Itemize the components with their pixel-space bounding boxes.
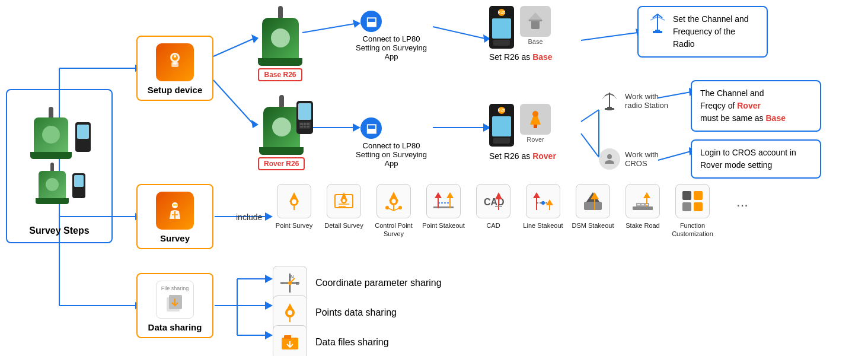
setup-device-box: Setup device bbox=[136, 36, 213, 101]
svg-rect-45 bbox=[529, 20, 542, 21]
survey-steps-label: Survey Steps bbox=[29, 225, 89, 236]
work-radio-box: Work with radio Station bbox=[599, 90, 668, 112]
survey-steps-devices bbox=[13, 96, 108, 215]
svg-rect-100 bbox=[694, 191, 703, 200]
survey-label: Survey bbox=[160, 233, 190, 243]
svg-marker-36 bbox=[265, 275, 273, 283]
data-sharing-label: Data sharing bbox=[148, 322, 202, 332]
svg-marker-88 bbox=[546, 199, 553, 205]
points-sharing-label: Points data sharing bbox=[315, 307, 397, 318]
svg-line-10 bbox=[213, 80, 254, 125]
survey-item-point-stakeout-label: Point Stakeout bbox=[422, 221, 465, 230]
survey-item-line-stakeout[interactable]: Line Stakeout bbox=[522, 184, 564, 230]
svg-rect-53 bbox=[605, 108, 614, 110]
survey-item-function-custom-label: Function Customization bbox=[671, 221, 714, 239]
svg-point-113 bbox=[288, 310, 292, 315]
base-role-text: Base bbox=[532, 52, 552, 62]
connect-rover-text: Connect to LP80 Setting on Surveying App bbox=[350, 141, 433, 168]
svg-line-16 bbox=[581, 33, 637, 40]
bluetooth-base-icon: ⬓ bbox=[360, 11, 382, 32]
rover-cros-box: Login to CROS account in Rover mode sett… bbox=[691, 139, 821, 179]
svg-marker-83 bbox=[495, 192, 502, 199]
svg-marker-30 bbox=[265, 212, 273, 221]
survey-item-dsm-stakeout-label: DSM Stakeout bbox=[572, 221, 614, 230]
svg-line-22 bbox=[581, 110, 599, 122]
survey-item-cad[interactable]: CAD CAD bbox=[472, 184, 515, 230]
svg-marker-19 bbox=[353, 123, 360, 132]
survey-item-detail-survey[interactable]: Detail Survey bbox=[323, 184, 365, 230]
rover-handheld bbox=[296, 101, 313, 134]
base-r26-label: Base R26 bbox=[258, 68, 302, 81]
survey-item-function-custom[interactable]: Function Customization bbox=[671, 184, 714, 239]
svg-text:E: E bbox=[296, 281, 299, 286]
bluetooth-rover-icon: ⬓ bbox=[360, 117, 382, 139]
rover-r26-label: Rover R26 bbox=[258, 157, 305, 170]
rover-channel-box: The Channel andFreqcy of Rovermust be sa… bbox=[691, 80, 821, 132]
svg-marker-78 bbox=[435, 192, 442, 198]
survey-item-detail-survey-label: Detail Survey bbox=[324, 221, 363, 230]
svg-marker-80 bbox=[446, 192, 454, 198]
svg-line-23 bbox=[581, 134, 599, 157]
connect-base-text: Connect to LP80 Setting on Surveying App bbox=[350, 34, 433, 61]
work-cros-box: Work with CROS bbox=[599, 148, 659, 170]
set-channel-text: Set the Channel and Frequency of the Rad… bbox=[673, 13, 758, 50]
base-gps-unit: Base R26 bbox=[258, 6, 302, 81]
survey-item-stake-road[interactable]: Stake Road bbox=[621, 184, 664, 230]
svg-marker-38 bbox=[265, 331, 273, 339]
svg-point-66 bbox=[343, 199, 346, 202]
svg-point-71 bbox=[392, 199, 396, 204]
svg-rect-47 bbox=[653, 31, 662, 33]
svg-point-90 bbox=[541, 201, 545, 205]
survey-item-more: ... bbox=[721, 184, 764, 210]
set-r26-base-text: Set R26 as Base bbox=[489, 52, 553, 62]
svg-rect-116 bbox=[284, 335, 291, 339]
svg-line-12 bbox=[302, 24, 355, 33]
survey-item-line-stakeout-label: Line Stakeout bbox=[523, 221, 563, 230]
survey-item-point-survey[interactable]: Point Survey bbox=[273, 184, 315, 230]
svg-line-8 bbox=[213, 39, 254, 56]
set-channel-box: Set the Channel and Frequency of the Rad… bbox=[637, 6, 768, 58]
include-text: include bbox=[236, 212, 262, 222]
svg-marker-44 bbox=[528, 12, 543, 21]
svg-rect-99 bbox=[682, 191, 691, 200]
diagram-container: Survey Steps Setup device Base R26 bbox=[0, 0, 868, 356]
files-sharing-label: Data files sharing bbox=[315, 337, 389, 348]
svg-point-110 bbox=[288, 281, 292, 285]
survey-item-stake-road-label: Stake Road bbox=[626, 221, 659, 230]
svg-rect-101 bbox=[682, 202, 691, 211]
coordinate-sharing-label: Coordinate parameter sharing bbox=[315, 278, 442, 288]
work-radio-text: Work with radio Station bbox=[625, 92, 668, 110]
svg-marker-97 bbox=[643, 192, 650, 198]
svg-point-61 bbox=[292, 199, 296, 204]
survey-item-cad-label: CAD bbox=[486, 221, 500, 230]
data-sharing-box: File sharing Data sharing bbox=[136, 273, 213, 338]
survey-steps-box: Survey Steps bbox=[6, 89, 113, 243]
svg-line-14 bbox=[433, 27, 485, 39]
svg-rect-102 bbox=[694, 202, 703, 211]
svg-point-54 bbox=[607, 154, 612, 159]
svg-rect-58 bbox=[173, 204, 178, 206]
work-cros-text: Work with CROS bbox=[625, 150, 659, 168]
survey-item-point-stakeout[interactable]: Point Stakeout bbox=[422, 184, 465, 230]
svg-marker-13 bbox=[353, 20, 360, 28]
svg-rect-95 bbox=[633, 206, 653, 210]
set-r26-rover-text: Set R26 as Rover bbox=[489, 151, 556, 161]
svg-rect-91 bbox=[584, 202, 602, 210]
r26-base-device: R26 Base bbox=[489, 6, 551, 49]
svg-rect-50 bbox=[534, 125, 537, 128]
svg-line-27 bbox=[658, 151, 691, 160]
survey-item-control-point[interactable]: Control Point Survey bbox=[372, 184, 415, 239]
svg-point-49 bbox=[532, 111, 538, 117]
svg-point-41 bbox=[174, 55, 176, 58]
svg-rect-42 bbox=[171, 62, 178, 67]
survey-item-point-survey-label: Point Survey bbox=[276, 221, 312, 230]
setup-device-label: Setup device bbox=[148, 85, 203, 95]
svg-marker-86 bbox=[533, 192, 540, 198]
survey-items-row: Point Survey Detail Survey bbox=[273, 184, 764, 239]
rover-cros-box-text: Login to CROS account in Rover mode sett… bbox=[700, 147, 812, 171]
survey-item-control-point-label: Control Point Survey bbox=[372, 221, 415, 239]
sharing-item-files: Data files sharing bbox=[273, 325, 389, 356]
survey-item-dsm-stakeout[interactable]: DSM Stakeout bbox=[572, 184, 614, 230]
svg-marker-37 bbox=[265, 301, 273, 310]
svg-rect-43 bbox=[531, 21, 540, 29]
